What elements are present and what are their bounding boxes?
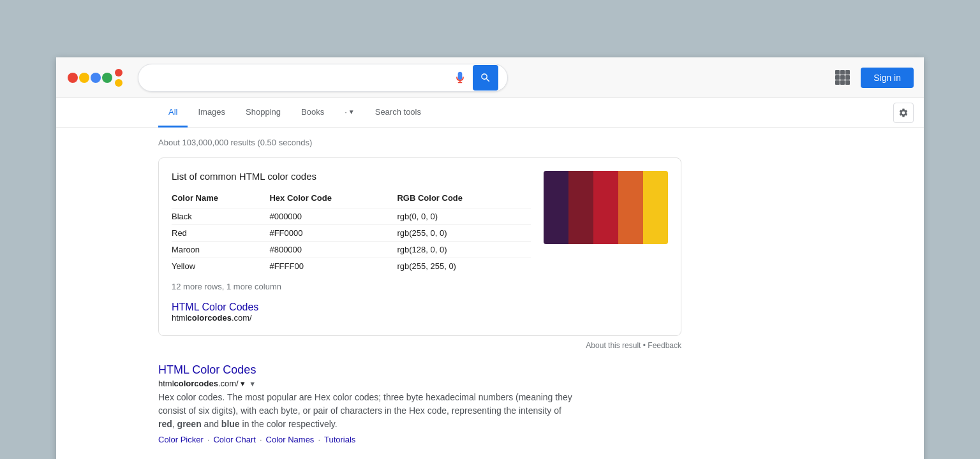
color-swatches bbox=[544, 171, 668, 244]
result-snippet-1: Hex color codes. The most popular are He… bbox=[158, 391, 573, 431]
about-result: About this result • Feedback bbox=[158, 341, 681, 350]
table-row: Maroon #800000 rgb(128, 0, 0) bbox=[172, 242, 531, 258]
chevron-down-icon: ▼ bbox=[348, 108, 355, 115]
featured-card: List of common HTML color codes Color Na… bbox=[158, 157, 681, 336]
cell-name: Black bbox=[172, 208, 269, 225]
cell-hex: #FF0000 bbox=[269, 225, 397, 242]
swatch-1 bbox=[544, 171, 568, 244]
about-this-result-link[interactable]: About this result bbox=[586, 341, 641, 350]
search-button[interactable] bbox=[473, 65, 498, 91]
nav-bar: All Images Shopping Books · ▼ Search too… bbox=[56, 98, 924, 127]
logo bbox=[66, 66, 125, 89]
cell-hex: #FFFF00 bbox=[269, 258, 397, 275]
result-title-1[interactable]: HTML Color Codes bbox=[158, 363, 573, 377]
tab-more[interactable]: · ▼ bbox=[334, 98, 365, 127]
result-url-row-1: htmlcolorcodes.com/ ▾ ▼ bbox=[158, 379, 573, 388]
tab-more-label: · bbox=[345, 107, 347, 117]
col-header-hex: Hex Color Code bbox=[269, 191, 397, 208]
table-row: Red #FF0000 rgb(255, 0, 0) bbox=[172, 225, 531, 242]
result-links-1: Color Picker · Color Chart · Color Names… bbox=[158, 435, 573, 444]
featured-link[interactable]: HTML Color Codes htmlcolorcodes.com/ bbox=[172, 302, 531, 323]
cell-rgb: rgb(255, 0, 0) bbox=[397, 225, 531, 242]
result-sublink-tutorials[interactable]: Tutorials bbox=[324, 435, 355, 444]
cell-name: Red bbox=[172, 225, 269, 242]
featured-table-section: List of common HTML color codes Color Na… bbox=[172, 171, 531, 323]
tab-shopping[interactable]: Shopping bbox=[235, 98, 291, 127]
tab-images[interactable]: Images bbox=[188, 98, 235, 127]
feedback-link[interactable]: Feedback bbox=[648, 341, 681, 350]
result-sublink-color-chart[interactable]: Color Chart bbox=[213, 435, 255, 444]
result-item-1: HTML Color Codes htmlcolorcodes.com/ ▾ ▼… bbox=[158, 363, 573, 444]
table-row: Black #000000 rgb(0, 0, 0) bbox=[172, 208, 531, 225]
color-table: Color Name Hex Color Code RGB Color Code… bbox=[172, 191, 531, 274]
separator: · bbox=[260, 435, 262, 444]
result-url-1: htmlcolorcodes.com/ ▾ bbox=[158, 379, 245, 388]
header-right: Sign in bbox=[835, 68, 914, 88]
cell-hex: #000000 bbox=[269, 208, 397, 225]
swatch-5 bbox=[643, 171, 668, 244]
col-header-rgb: RGB Color Code bbox=[397, 191, 531, 208]
separator: · bbox=[318, 435, 320, 444]
featured-link-title[interactable]: HTML Color Codes bbox=[172, 302, 258, 312]
header: color code bbox=[56, 57, 924, 98]
settings-button[interactable] bbox=[893, 103, 914, 123]
tab-search-tools[interactable]: Search tools bbox=[365, 98, 431, 127]
apps-icon[interactable] bbox=[835, 70, 850, 85]
search-input[interactable]: color code bbox=[147, 72, 447, 84]
swatch-4 bbox=[618, 171, 643, 244]
svg-point-0 bbox=[68, 73, 78, 83]
cell-rgb: rgb(255, 255, 0) bbox=[397, 258, 531, 275]
svg-point-2 bbox=[91, 73, 101, 83]
content: About 103,000,000 results (0.50 seconds)… bbox=[56, 127, 630, 459]
svg-point-5 bbox=[115, 79, 122, 87]
results-count: About 103,000,000 results (0.50 seconds) bbox=[158, 138, 630, 147]
featured-title: List of common HTML color codes bbox=[172, 171, 531, 182]
more-rows-text: 12 more rows, 1 more column bbox=[172, 282, 531, 291]
col-header-name: Color Name bbox=[172, 191, 269, 208]
cell-name: Maroon bbox=[172, 242, 269, 258]
sign-in-button[interactable]: Sign in bbox=[861, 68, 914, 88]
svg-point-4 bbox=[115, 69, 122, 76]
cell-rgb: rgb(0, 0, 0) bbox=[397, 208, 531, 225]
table-row: Yellow #FFFF00 rgb(255, 255, 0) bbox=[172, 258, 531, 275]
google-logo bbox=[66, 66, 125, 89]
search-bar[interactable]: color code bbox=[138, 64, 508, 92]
cell-hex: #800000 bbox=[269, 242, 397, 258]
result-sublink-color-picker[interactable]: Color Picker bbox=[158, 435, 204, 444]
tab-all[interactable]: All bbox=[158, 98, 188, 127]
mic-icon[interactable] bbox=[452, 70, 468, 85]
swatch-2 bbox=[568, 171, 593, 244]
cell-rgb: rgb(128, 0, 0) bbox=[397, 242, 531, 258]
swatch-3 bbox=[593, 171, 618, 244]
tab-books[interactable]: Books bbox=[291, 98, 334, 127]
browser-window: color code bbox=[56, 57, 924, 459]
page-wrapper: color code bbox=[0, 0, 980, 459]
dropdown-arrow-1[interactable]: ▼ bbox=[249, 380, 256, 388]
cell-name: Yellow bbox=[172, 258, 269, 275]
featured-link-url: htmlcolorcodes.com/ bbox=[172, 313, 531, 323]
separator: · bbox=[207, 435, 210, 444]
svg-point-1 bbox=[79, 73, 89, 83]
svg-point-3 bbox=[102, 73, 112, 83]
result-sublink-color-names[interactable]: Color Names bbox=[266, 435, 315, 444]
result-link-1[interactable]: HTML Color Codes bbox=[158, 363, 256, 376]
